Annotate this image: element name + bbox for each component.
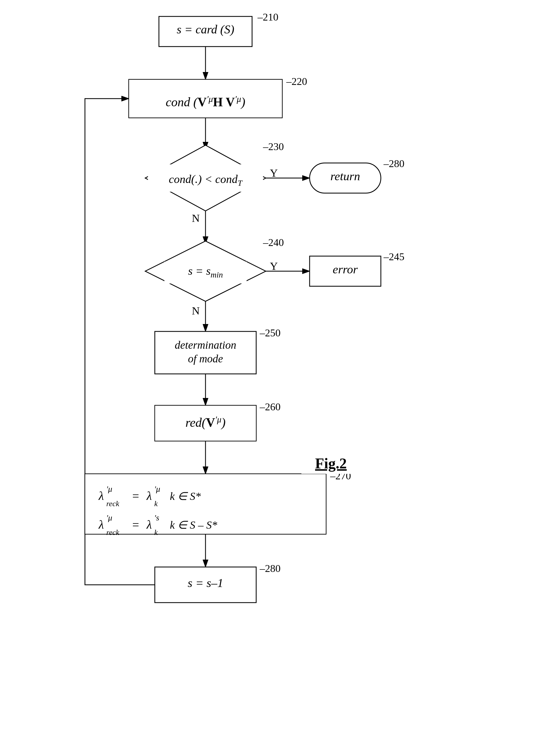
svg-text:k: k xyxy=(154,499,158,508)
svg-text:k ∈ S – S*: k ∈ S – S* xyxy=(170,519,217,531)
svg-text:k: k xyxy=(154,528,158,537)
ref-250: –250 xyxy=(259,327,281,338)
svg-text:′s: ′s xyxy=(154,513,159,522)
svg-text:′μ: ′μ xyxy=(106,484,112,493)
ref-220: –220 xyxy=(286,76,307,87)
svg-text:λ: λ xyxy=(146,489,152,503)
svg-text:λ: λ xyxy=(146,518,152,531)
ref-260: –260 xyxy=(259,401,281,413)
svg-text:′μ: ′μ xyxy=(106,513,112,522)
node-250-label-line2: of mode xyxy=(188,352,223,365)
ref-210: –210 xyxy=(257,11,279,23)
svg-text:reck: reck xyxy=(106,528,119,537)
diagram-container: s = card (S) –210 cond ( cond (V′μ H V′μ… xyxy=(0,0,551,756)
svg-text:k ∈ S*: k ∈ S* xyxy=(170,490,201,502)
n-label-230: N xyxy=(192,212,200,224)
ref-280b: –280 xyxy=(259,563,281,574)
svg-text:λ: λ xyxy=(98,518,104,531)
svg-text:=: = xyxy=(131,489,140,503)
n-label-240: N xyxy=(192,304,200,317)
svg-text:cond (V′μH V′μ): cond (V′μH V′μ) xyxy=(166,94,245,109)
y-label-230: Y xyxy=(270,167,278,179)
ref-230: –230 xyxy=(263,141,284,152)
node-280b-label: s = s–1 xyxy=(188,576,223,590)
node-245-label: error xyxy=(333,263,358,276)
svg-text:=: = xyxy=(131,518,140,531)
y-label-240: Y xyxy=(270,260,278,272)
svg-text:reck: reck xyxy=(106,499,119,508)
node-250-label-line1: determination xyxy=(175,339,236,351)
svg-text:′μ: ′μ xyxy=(154,484,160,493)
ref-280a: –280 xyxy=(383,158,405,169)
svg-text:cond(.) < condT: cond(.) < condT xyxy=(169,173,243,187)
node-210-label: s = card (S) xyxy=(177,23,234,36)
ref-245: –245 xyxy=(383,251,405,262)
svg-text:λ: λ xyxy=(98,489,104,503)
ref-240: –240 xyxy=(263,237,284,248)
svg-text:Fig.2: Fig.2 xyxy=(315,455,347,472)
node-280a-label: return xyxy=(331,169,360,183)
